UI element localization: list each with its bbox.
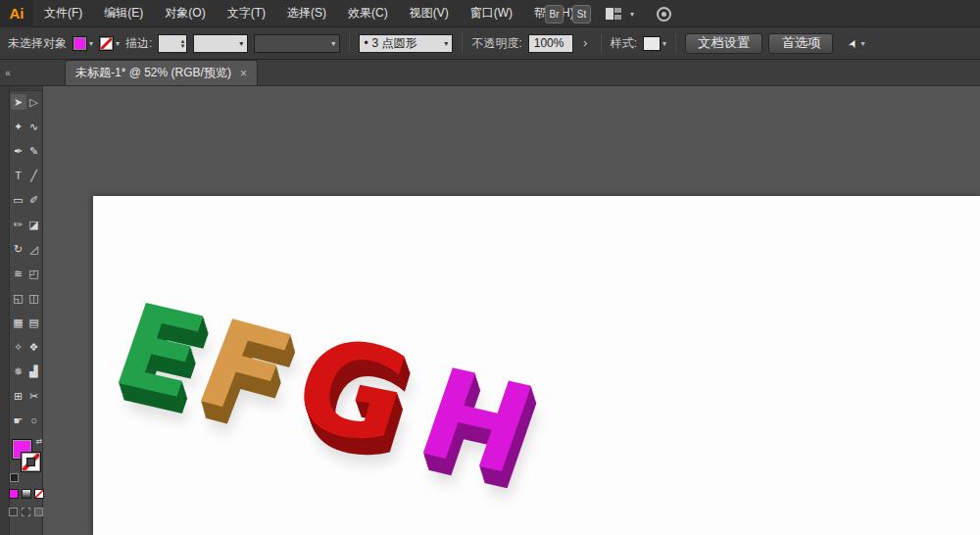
- default-fill-stroke-icon[interactable]: [10, 473, 19, 482]
- tools-panel: ➤▷✦∿✒✎T╱▭✐✏◪↻◿≋◰◱◫▦▤✧❖✵▟⊞✂☛○ ⇄: [10, 86, 43, 535]
- type-tool[interactable]: T: [11, 168, 26, 183]
- style-caret-icon: ▾: [662, 39, 666, 48]
- magic-wand-tool[interactable]: ✦: [11, 119, 26, 134]
- gradient-button[interactable]: [22, 489, 31, 499]
- draw-behind-icon[interactable]: [22, 508, 30, 516]
- letter-G[interactable]: G: [281, 318, 423, 462]
- menu-window[interactable]: 窗口(W): [460, 0, 523, 26]
- hand-tool[interactable]: ☛: [11, 413, 26, 428]
- cursor-icon: ➤: [846, 36, 861, 50]
- stroke-none-swatch[interactable]: [99, 36, 114, 51]
- opacity-field[interactable]: 100%: [528, 34, 573, 53]
- opacity-label: 不透明度:: [471, 35, 521, 52]
- swap-fill-stroke-icon[interactable]: ⇄: [36, 437, 43, 446]
- brush-definition-caret-icon: ▾: [444, 39, 448, 48]
- curvature-tool[interactable]: ✎: [26, 143, 42, 159]
- width-tool[interactable]: ≋: [11, 266, 26, 281]
- tools-grid: ➤▷✦∿✒✎T╱▭✐✏◪↻◿≋◰◱◫▦▤✧❖✵▟⊞✂☛○: [11, 94, 42, 428]
- style-label: 样式:: [611, 35, 637, 52]
- canvas-area[interactable]: EFGH: [43, 86, 980, 535]
- fill-color-swatch[interactable]: [73, 36, 87, 51]
- lasso-tool[interactable]: ∿: [26, 119, 42, 134]
- fill-color-control[interactable]: ▾: [73, 36, 93, 51]
- stock-icon[interactable]: St: [572, 5, 591, 24]
- document-tab-bar: « 未标题-1* @ 52% (RGB/预览) ×: [0, 60, 980, 86]
- brush-preview-dropdown[interactable]: ▾: [254, 34, 340, 53]
- stroke-weight-stepper[interactable]: ▴▾: [158, 34, 187, 53]
- line-segment-tool[interactable]: ╱: [26, 168, 42, 183]
- gradient-tool[interactable]: ▤: [26, 315, 42, 330]
- eraser-tool[interactable]: ◪: [26, 217, 42, 232]
- left-dock: ➤▷✦∿✒✎T╱▭✐✏◪↻◿≋◰◱◫▦▤✧❖✵▟⊞✂☛○ ⇄: [0, 86, 43, 535]
- draw-inside-icon[interactable]: [34, 508, 43, 516]
- document-setup-button[interactable]: 文档设置: [685, 33, 762, 54]
- zoom-tool[interactable]: ○: [26, 413, 42, 428]
- menu-select[interactable]: 选择(S): [276, 0, 337, 26]
- cursor-options-menu[interactable]: ➤ ▾: [849, 37, 864, 50]
- preferences-button[interactable]: 首选项: [768, 33, 833, 54]
- letter-H[interactable]: H: [406, 352, 547, 493]
- stepper-arrows-icon[interactable]: ▴▾: [181, 38, 185, 48]
- none-button[interactable]: [34, 489, 44, 499]
- selection-tool[interactable]: ➤: [11, 94, 26, 110]
- workspace-switcher-icon[interactable]: [606, 8, 621, 20]
- toolbar-grip[interactable]: [10, 86, 42, 91]
- style-dropdown[interactable]: ▾: [643, 36, 666, 51]
- symbol-sprayer-tool[interactable]: ✵: [11, 364, 26, 379]
- stroke-weight-label: 描边:: [125, 35, 152, 52]
- brush-preview-caret-icon: ▾: [331, 39, 335, 48]
- variable-width-dropdown[interactable]: ▾: [193, 34, 248, 53]
- perspective-grid-tool[interactable]: ◫: [26, 290, 42, 306]
- fill-caret-icon[interactable]: ▾: [89, 39, 93, 48]
- menu-edit[interactable]: 编辑(E): [93, 0, 154, 26]
- stroke-hole: [26, 458, 35, 466]
- fill-stroke-indicator: ⇄: [10, 437, 43, 482]
- menu-object[interactable]: 对象(O): [154, 0, 216, 26]
- variable-width-caret-icon: ▾: [239, 39, 243, 48]
- opacity-flyout-arrow[interactable]: ›: [579, 34, 592, 53]
- pencil-tool[interactable]: ✏: [11, 217, 26, 232]
- free-transform-tool[interactable]: ◰: [26, 266, 42, 281]
- stroke-caret-icon[interactable]: ▾: [116, 39, 120, 48]
- stroke-color-control[interactable]: ▾: [99, 36, 120, 51]
- workspace-bar-icon: [606, 8, 613, 20]
- shape-builder-tool[interactable]: ◱: [11, 290, 26, 306]
- app-logo[interactable]: Ai: [0, 0, 33, 27]
- eyedropper-tool[interactable]: ✧: [11, 339, 26, 355]
- draw-normal-icon[interactable]: [9, 508, 18, 516]
- collapse-dock-icon[interactable]: «: [0, 68, 16, 85]
- paint-mode-row: [9, 489, 44, 499]
- rectangle-tool[interactable]: ▭: [11, 192, 26, 208]
- artboard[interactable]: EFGH: [93, 196, 980, 535]
- menu-bar: Ai 文件(F)编辑(E)对象(O)文字(T)选择(S)效果(C)视图(V)窗口…: [0, 0, 980, 27]
- mesh-tool[interactable]: ▦: [11, 315, 26, 330]
- separator: [675, 33, 676, 53]
- letters-row: EFGH: [102, 276, 549, 493]
- workspace-caret-icon[interactable]: ▾: [630, 10, 634, 19]
- separator: [601, 33, 602, 53]
- document-tab[interactable]: 未标题-1* @ 52% (RGB/预览) ×: [65, 60, 258, 85]
- blend-tool[interactable]: ❖: [26, 339, 42, 355]
- color-button[interactable]: [9, 489, 19, 499]
- paintbrush-tool[interactable]: ✐: [26, 192, 42, 208]
- menu-view[interactable]: 视图(V): [399, 0, 460, 26]
- menu-file[interactable]: 文件(F): [33, 0, 93, 26]
- cs-live-icon[interactable]: [657, 7, 671, 22]
- style-swatch[interactable]: [643, 36, 661, 51]
- scale-tool[interactable]: ◿: [26, 241, 42, 257]
- brush-definition-dropdown[interactable]: • 3 点圆形 ▾: [359, 34, 453, 53]
- pen-tool[interactable]: ✒: [11, 143, 26, 159]
- menu-type[interactable]: 文字(T): [217, 0, 276, 26]
- column-graph-tool[interactable]: ▟: [26, 364, 42, 379]
- main-menus: 文件(F)编辑(E)对象(O)文字(T)选择(S)效果(C)视图(V)窗口(W)…: [33, 0, 585, 26]
- bridge-icon[interactable]: Br: [545, 5, 564, 24]
- artboard-tool[interactable]: ⊞: [11, 388, 26, 404]
- document-tab-title: 未标题-1* @ 52% (RGB/预览): [75, 65, 231, 81]
- tab-close-icon[interactable]: ×: [240, 67, 247, 80]
- slice-tool[interactable]: ✂: [26, 388, 42, 404]
- brush-definition-value: 3 点圆形: [372, 35, 441, 52]
- rotate-tool[interactable]: ↻: [11, 241, 26, 257]
- direct-selection-tool[interactable]: ▷: [26, 94, 42, 110]
- menu-effect[interactable]: 效果(C): [337, 0, 399, 26]
- stroke-box[interactable]: [21, 452, 41, 472]
